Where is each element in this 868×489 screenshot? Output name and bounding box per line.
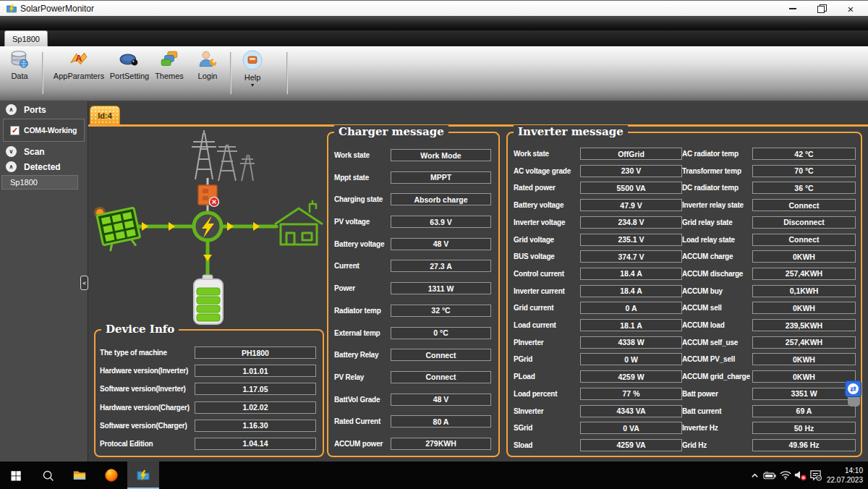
field-row: ACCUM sell 0KWH [682, 302, 856, 314]
remote-panel-handle[interactable]: ⇄ [845, 380, 862, 409]
field-label: Inverter current [514, 287, 580, 295]
field-value-box: 1.16.30 [195, 420, 316, 432]
charger-message-panel: Charger message Work state Work Mode Mpp… [327, 132, 500, 457]
close-button[interactable]: × [836, 1, 865, 17]
field-row: ACCUM charge 0KWH [682, 250, 856, 263]
detected-header-label: Detected [24, 162, 61, 172]
inverter-left-column: Work state OffGrid AC voltage grade 230 … [514, 148, 682, 451]
field-row: BattVol Grade 48 V [334, 394, 491, 406]
taskbar-clock[interactable]: 14:10 22.07.2023 [823, 466, 868, 485]
tray-expand-button[interactable] [747, 462, 762, 489]
field-row: Rated power 5500 VA [514, 182, 682, 194]
com4-checkbox[interactable]: ✓ [10, 126, 20, 135]
login-label: Login [198, 72, 218, 80]
device-info-title: Device Info [101, 323, 179, 336]
field-value-box: 279KWH [391, 438, 491, 450]
login-user-icon [197, 49, 218, 69]
field-label: Radiator temp [334, 307, 391, 315]
app-parameters-button[interactable]: A AppParamters [51, 49, 107, 98]
start-button[interactable] [0, 462, 32, 489]
field-value-box: 257,4KWH [752, 336, 856, 349]
field-label: Inverter relay state [682, 201, 752, 209]
field-label: PInverter [514, 339, 580, 346]
taskbar-firefox-button[interactable] [95, 462, 127, 489]
field-label: Control current [514, 270, 580, 278]
field-row: Hardware version(Charger) 1.02.02 [100, 401, 316, 414]
field-label: PV Relay [334, 373, 391, 381]
data-button[interactable]: Data [3, 49, 36, 98]
battery-icon [763, 470, 777, 480]
field-value-box: 0KWH [752, 353, 856, 365]
taskbar-search-button[interactable] [32, 462, 64, 489]
field-row: DC radiator temp 36 °C [682, 182, 856, 194]
port-setting-button[interactable]: PortSetting [107, 49, 152, 98]
field-row: ACCUM grid_charge 0KWH [682, 370, 856, 383]
volume-muted-button[interactable] [793, 462, 808, 489]
system-tray: 14:10 22.07.2023 [747, 462, 868, 489]
sidebar-section-ports[interactable]: ∧ Ports [6, 104, 46, 115]
database-icon [9, 49, 30, 69]
field-value-box: Disconnect [752, 216, 856, 229]
help-button[interactable]: Help ▾ [234, 49, 271, 98]
field-label: Grid voltage [514, 236, 580, 244]
field-label: SGrid [514, 424, 580, 432]
field-label: Software version(Inverter) [100, 385, 195, 393]
field-value-box: Connect [752, 234, 856, 246]
field-value-box: 63.9 V [391, 216, 491, 228]
field-label: Sload [514, 441, 580, 449]
windows-logo-icon [9, 469, 22, 482]
field-label: Transformer temp [682, 167, 752, 175]
field-value-box: 0 °C [391, 327, 491, 339]
field-value-box: 18.1 A [580, 319, 682, 331]
app-parameters-icon: A [69, 49, 89, 69]
minimize-button[interactable] [778, 1, 807, 17]
field-label: ACCUM buy [682, 287, 752, 295]
action-center-button[interactable] [808, 462, 823, 489]
checkmark-icon: ✓ [12, 127, 18, 135]
sidebar-section-scan[interactable]: ∨ Scan [6, 146, 45, 157]
field-row: Battery voltage 48 V [334, 238, 491, 250]
title-bar: SolarPowerMonitor × [0, 0, 868, 16]
toolbar-separator [42, 52, 43, 94]
close-icon: × [848, 4, 854, 14]
detected-item-sp1800[interactable]: Sp1800 [1, 175, 78, 190]
field-row: ACCUM load 239,5KWH [682, 319, 856, 331]
field-row: Rated Current 80 A [334, 415, 491, 428]
field-value-box: 0KWH [752, 250, 856, 263]
taskbar-solarpowermonitor-button[interactable] [127, 462, 159, 489]
field-value-box: 49.96 Hz [752, 439, 856, 451]
field-label: Load percent [514, 390, 580, 398]
field-row: PInverter 4338 W [514, 336, 682, 349]
tab-id4[interactable]: Id:4 [90, 106, 120, 124]
sidebar-section-detected[interactable]: ∧ Detected [6, 161, 61, 172]
app-tab-strip [0, 30, 868, 46]
field-value-box: 0KWH [752, 370, 856, 383]
themes-button[interactable]: Themes [153, 49, 185, 98]
field-row: Inverter voltage 234.8 V [514, 216, 682, 229]
field-row: PLoad 4259 W [514, 370, 682, 383]
field-label: ACCUM grid_charge [682, 373, 752, 380]
taskbar-explorer-button[interactable] [64, 462, 95, 489]
field-row: PV Relay Connect [334, 371, 491, 383]
field-value-box: 18.4 A [580, 268, 682, 280]
ribbon-toolbar: Data A AppParamters PortSetting Themes [0, 46, 868, 101]
login-button[interactable]: Login [188, 49, 227, 98]
field-label: Batt power [682, 390, 752, 398]
port-item-com4[interactable]: ✓ COM4-Working [3, 119, 85, 142]
field-label: BattVol Grade [334, 396, 391, 404]
field-value-box: 50 Hz [752, 422, 856, 434]
sidebar-collapse-handle[interactable]: < [80, 276, 88, 290]
battery-status-icon[interactable] [762, 462, 778, 489]
field-value-box: 257,4KWH [752, 268, 856, 280]
help-label: Help [244, 73, 261, 82]
tab-sp1800[interactable]: Sp1800 [4, 30, 48, 46]
field-value-box: 4259 VA [580, 439, 682, 451]
field-row: Load relay state Connect [682, 234, 856, 246]
field-label: AC radiator temp [682, 150, 752, 158]
field-label: Grid relay state [682, 218, 752, 226]
wifi-status-icon[interactable] [778, 462, 793, 489]
restore-button[interactable] [807, 1, 836, 17]
field-label: Battery Relay [334, 351, 391, 359]
inverter-node-icon [194, 213, 221, 240]
field-label: ACCUM discharge [682, 270, 752, 278]
